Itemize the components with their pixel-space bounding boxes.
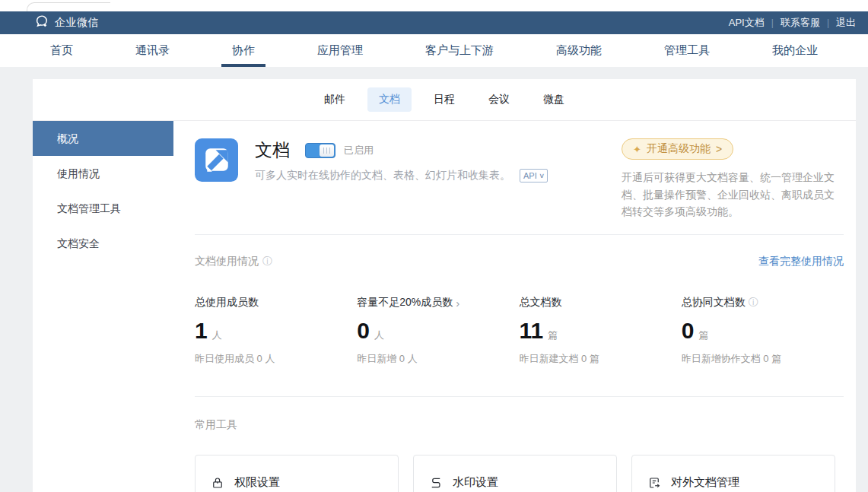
subnav-item-drive[interactable]: 微盘 <box>532 87 576 112</box>
subnav-item-docs[interactable]: 文档 <box>367 87 412 112</box>
stat-unit: 篇 <box>698 329 708 342</box>
sidebar: 概况 使用情况 文档管理工具 文档安全 <box>33 121 173 492</box>
stat-subtext: 昨日新建文档 0 篇 <box>520 352 682 366</box>
stat-total-docs: 总文档数 11 篇 昨日新建文档 0 篇 <box>520 296 682 366</box>
api-dropdown-badge[interactable]: API ∨ <box>520 169 548 183</box>
stat-label: 总协同文档数 <box>682 296 746 309</box>
nav-label: 高级功能 <box>556 43 602 58</box>
caret-down-icon: ∨ <box>539 172 545 179</box>
topbar: 企业微信 API文档 | 联系客服 | 退出 <box>0 11 868 34</box>
stat-subtext: 昨日新增协作文档 0 篇 <box>682 352 844 366</box>
tool-card-title: 对外文档管理 <box>671 475 739 490</box>
stat-label: 容量不足20%成员数 <box>357 296 453 309</box>
stat-label: 总文档数 <box>520 296 562 309</box>
nav-item-advanced-features[interactable]: 高级功能 <box>553 34 605 67</box>
upgrade-description: 开通后可获得更大文档容量、统一管理企业文档、批量操作预警、企业回收站、离职成员文… <box>622 169 844 221</box>
api-label: API <box>523 171 537 180</box>
tools-title-text: 常用工具 <box>195 418 237 432</box>
topbar-link-logout[interactable]: 退出 <box>836 16 856 30</box>
subnav-item-mail[interactable]: 邮件 <box>313 87 357 112</box>
subnav-item-schedule[interactable]: 日程 <box>422 87 466 112</box>
stat-value: 11 <box>520 318 544 344</box>
lock-icon <box>211 476 224 490</box>
subnav-label: 文档 <box>379 93 400 105</box>
stat-value: 0 <box>682 318 695 344</box>
sidebar-item-doc-security[interactable]: 文档安全 <box>33 226 173 261</box>
nav-label: 协作 <box>232 43 255 58</box>
enable-toggle[interactable] <box>305 143 335 158</box>
usage-stats: 总使用成员数 1 人 昨日使用成员 0 人 容量不足20%成员数 › <box>195 296 844 366</box>
upgrade-panel: ✦ 开通高级功能 > 开通后可获得更大文档容量、统一管理企业文档、批量操作预警、… <box>622 138 844 221</box>
sidebar-label: 文档管理工具 <box>57 202 121 214</box>
usage-section-header: 文档使用情况 ⓘ 查看完整使用情况 <box>195 255 844 268</box>
app-header: 文档 已启用 可多人实时在线协作的文档、表格、幻灯片和收集表。 API ∨ <box>195 138 844 221</box>
nav-label: 通讯录 <box>135 43 170 58</box>
nav-item-admin-tools[interactable]: 管理工具 <box>661 34 713 67</box>
view-full-usage-link[interactable]: 查看完整使用情况 <box>758 255 844 268</box>
content-card: 邮件 文档 日程 会议 微盘 概况 使用情况 文档管理工具 文档安全 <box>33 79 856 492</box>
sidebar-label: 使用情况 <box>57 167 100 179</box>
nav-label: 管理工具 <box>664 43 710 58</box>
divider <box>195 234 844 235</box>
nav-label: 应用管理 <box>317 43 363 58</box>
stat-value: 1 <box>195 318 208 344</box>
subnav-label: 微盘 <box>543 93 564 105</box>
nav-item-contacts[interactable]: 通讯录 <box>132 34 173 67</box>
sparkle-icon: ✦ <box>633 144 641 155</box>
watermark-icon <box>429 476 443 490</box>
app-title: 文档 <box>255 138 290 162</box>
main-content: 文档 已启用 可多人实时在线协作的文档、表格、幻灯片和收集表。 API ∨ <box>173 121 856 492</box>
stat-subtext: 昨日使用成员 0 人 <box>195 352 357 366</box>
stat-low-capacity-members: 容量不足20%成员数 › 0 人 昨日新增 0 人 <box>357 296 519 366</box>
usage-title-text: 文档使用情况 <box>195 255 259 268</box>
brand[interactable]: 企业微信 <box>34 14 99 32</box>
stat-label: 总使用成员数 <box>195 296 259 309</box>
chevron-right-icon: > <box>716 143 722 155</box>
nav-item-my-company[interactable]: 我的企业 <box>769 34 821 67</box>
external-doc-icon <box>647 476 661 490</box>
browser-top-strip <box>0 0 868 11</box>
subnav-label: 邮件 <box>324 93 345 105</box>
tool-card-permission-settings[interactable]: 权限设置 设置企业内外的访问权限 <box>195 455 399 492</box>
tool-cards: 权限设置 设置企业内外的访问权限 <box>195 455 844 492</box>
upgrade-button-label: 开通高级功能 <box>647 142 711 156</box>
stat-collab-docs: 总协同文档数 ⓘ 0 篇 昨日新增协作文档 0 篇 <box>682 296 844 366</box>
nav-item-customers[interactable]: 客户与上下游 <box>422 34 497 67</box>
page-background: 邮件 文档 日程 会议 微盘 概况 使用情况 文档管理工具 文档安全 <box>0 67 868 492</box>
upgrade-premium-button[interactable]: ✦ 开通高级功能 > <box>622 138 733 160</box>
sidebar-item-doc-management-tools[interactable]: 文档管理工具 <box>33 191 173 226</box>
topbar-link-contact-support[interactable]: 联系客服 <box>781 16 820 30</box>
sidebar-label: 文档安全 <box>57 237 100 249</box>
nav-item-home[interactable]: 首页 <box>47 34 76 67</box>
main-nav: 首页 通讯录 协作 应用管理 客户与上下游 高级功能 管理工具 我的企业 <box>0 34 868 67</box>
app-description: 可多人实时在线协作的文档、表格、幻灯片和收集表。 <box>255 169 510 183</box>
stat-label-link[interactable]: 容量不足20%成员数 › <box>357 296 519 309</box>
tool-card-title: 权限设置 <box>234 475 280 490</box>
chevron-right-icon: › <box>456 297 459 309</box>
info-icon[interactable]: ⓘ <box>749 296 758 309</box>
nav-label: 首页 <box>50 43 73 58</box>
separator: | <box>827 17 829 28</box>
info-icon[interactable]: ⓘ <box>262 255 272 268</box>
nav-item-app-management[interactable]: 应用管理 <box>314 34 366 67</box>
topbar-link-api-docs[interactable]: API文档 <box>729 16 765 30</box>
tool-card-external-doc-management[interactable]: 对外文档管理 查看和管理允许企业外访问的文档 <box>631 455 835 492</box>
separator: | <box>771 17 774 28</box>
subnav-item-meeting[interactable]: 会议 <box>477 87 521 112</box>
app-head-main: 文档 已启用 可多人实时在线协作的文档、表格、幻灯片和收集表。 API ∨ <box>255 138 602 183</box>
tools-section-title: 常用工具 <box>195 418 844 432</box>
nav-label: 客户与上下游 <box>425 43 494 58</box>
tool-card-watermark-settings[interactable]: 水印设置 为企业内文档开启水印，数据泄露事件可追 <box>413 455 617 492</box>
enabled-status-text: 已启用 <box>344 144 374 157</box>
divider <box>195 396 844 397</box>
docs-app-icon <box>195 138 238 182</box>
sidebar-item-usage[interactable]: 使用情况 <box>33 156 173 191</box>
chat-bubble-logo-icon <box>34 14 49 32</box>
stat-subtext: 昨日新增 0 人 <box>357 352 519 366</box>
collaboration-subnav: 邮件 文档 日程 会议 微盘 <box>33 79 856 121</box>
topbar-links: API文档 | 联系客服 | 退出 <box>729 16 856 30</box>
stat-unit: 人 <box>374 329 384 342</box>
sidebar-item-overview[interactable]: 概况 <box>33 121 173 156</box>
stat-unit: 人 <box>212 329 222 342</box>
nav-item-collaboration[interactable]: 协作 <box>229 34 258 67</box>
